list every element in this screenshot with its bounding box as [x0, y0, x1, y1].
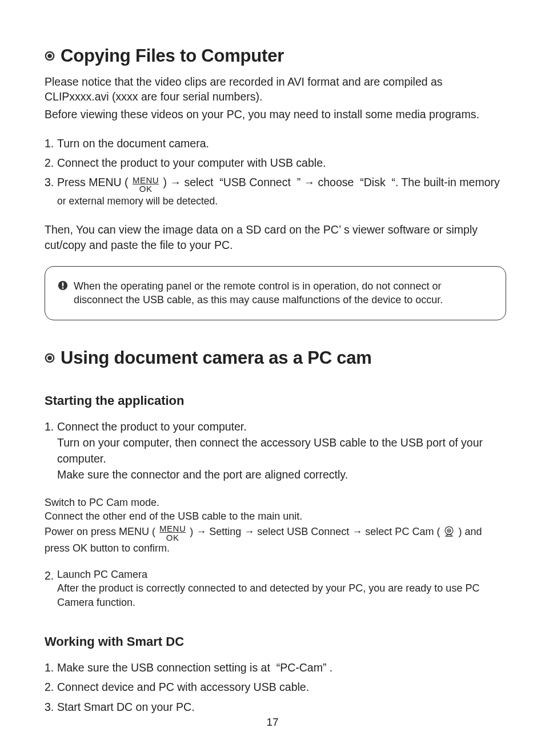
callout-text: When the operating panel or the remote c… [74, 279, 490, 307]
intro-paragraph-2: Before viewing these videos on your PC, … [45, 107, 506, 122]
step-item: 2. Connect the product to your computer … [45, 155, 506, 171]
step3-part-c: or external memory will be detected. [57, 195, 218, 207]
step-number: 1. [45, 660, 57, 675]
warning-callout: When the operating panel or the remote c… [45, 266, 506, 320]
step1-line1: Connect the product to your computer. [57, 420, 247, 433]
step-number: 2. [45, 155, 57, 171]
switch-block: Switch to PC Cam mode. Connect the other… [45, 496, 506, 555]
step-number: 2. [45, 679, 57, 695]
svg-point-4 [62, 287, 64, 289]
svg-rect-3 [62, 283, 64, 287]
subheading-starting: Starting the application [45, 393, 506, 408]
step-text: Connect the product to your computer wit… [57, 155, 506, 171]
step3-part-a: Press MENU ( [57, 176, 131, 188]
steps-list-3: 2. Launch PC Camera After the product is… [45, 568, 506, 609]
svg-point-9 [448, 530, 450, 532]
heading-text: Using document camera as a PC cam [61, 348, 372, 368]
step2-line1: Launch PC Camera [57, 569, 147, 580]
steps-list-smartdc: 1. Make sure the USB connection setting … [45, 660, 506, 715]
step1-line2: Turn on your computer, then connect the … [57, 436, 483, 465]
step3-part-b: ) → select “USB Connect ” → choose “Disk… [160, 176, 500, 188]
subheading-smartdc: Working with Smart DC [45, 634, 506, 649]
step-number: 2. [45, 568, 57, 609]
step-number: 3. [45, 174, 57, 208]
step-item: 1. Connect the product to your computer.… [45, 419, 506, 483]
step-item: 2. Connect device and PC with accessory … [45, 679, 506, 695]
step-text: Connect the product to your computer. Tu… [57, 419, 506, 483]
heading-text: Copying Files to Computer [61, 46, 284, 66]
page-number: 17 [0, 716, 545, 729]
bullet-icon [45, 51, 55, 61]
step-text: Launch PC Camera After the product is co… [57, 568, 506, 609]
svg-point-1 [47, 54, 52, 58]
step2-line2: After the product is correctly connected… [57, 582, 479, 608]
step-text: Press MENU ( MENUOK ) → select “USB Conn… [57, 174, 506, 208]
step-number: 1. [45, 135, 57, 151]
switch-line4: press OK button to confirm. [45, 541, 506, 555]
switch-line2: Connect the other end of the USB cable t… [45, 509, 506, 523]
step-item: 3. Start Smart DC on your PC. [45, 699, 506, 715]
intro-paragraph-1: Please notice that the video clips are r… [45, 74, 506, 104]
step1-line3: Make sure the connector and the port are… [57, 468, 348, 481]
switch-line1: Switch to PC Cam mode. [45, 496, 506, 509]
section-heading-pccam: Using document camera as a PC cam [45, 348, 506, 368]
step-number: 1. [45, 419, 57, 483]
step-item: 1. Make sure the USB connection setting … [45, 660, 506, 675]
step-text: Turn on the document camera. [57, 135, 506, 151]
step-item: 2. Launch PC Camera After the product is… [45, 568, 506, 609]
step-item: 3. Press MENU ( MENUOK ) → select “USB C… [45, 174, 506, 208]
svg-point-6 [47, 356, 52, 360]
step-number: 3. [45, 699, 57, 715]
then-paragraph: Then, You can view the image data on a S… [45, 222, 506, 252]
step-text: Start Smart DC on your PC. [57, 699, 506, 715]
steps-list-2: 1. Connect the product to your computer.… [45, 419, 506, 483]
bullet-icon [45, 353, 55, 363]
step-text: Make sure the USB connection setting is … [57, 660, 506, 675]
steps-list-1: 1. Turn on the document camera. 2. Conne… [45, 135, 506, 209]
switch-line3: Power on press MENU ( MENUOK ) → Setting… [45, 523, 506, 541]
webcam-icon [443, 525, 455, 538]
section-heading-copying: Copying Files to Computer [45, 46, 506, 66]
menu-ok-icon: MENUOK [133, 176, 159, 194]
step-item: 1. Turn on the document camera. [45, 135, 506, 151]
exclamation-icon [58, 280, 68, 291]
menu-ok-icon: MENUOK [159, 524, 186, 542]
step-text: Connect device and PC with accessory USB… [57, 679, 506, 695]
